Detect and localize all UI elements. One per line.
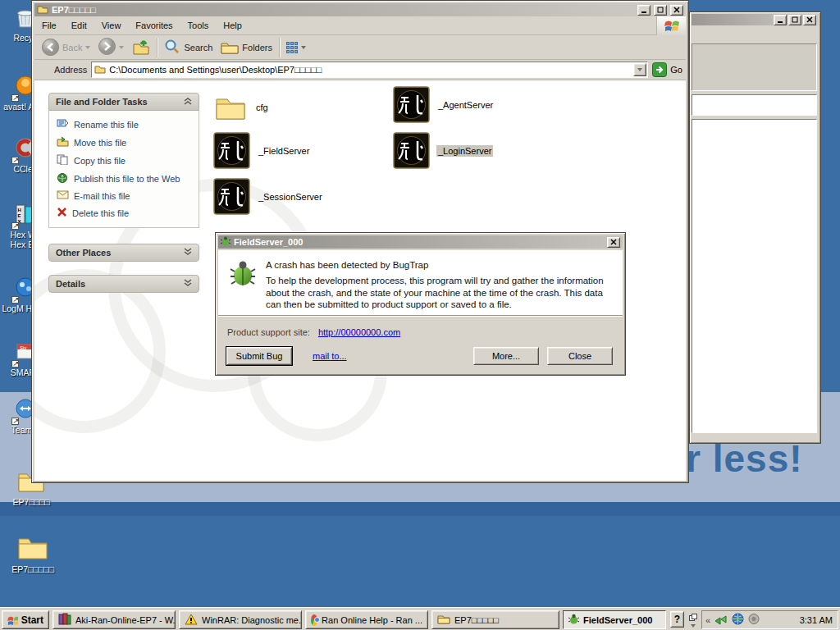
folder-icon bbox=[16, 532, 49, 563]
taskbar-help-button[interactable]: ? bbox=[670, 611, 684, 628]
dialog-heading: A crash has been detected by BugTrap bbox=[266, 260, 428, 270]
file-tasks-body: Rename this file Move this file Copy thi… bbox=[48, 111, 199, 228]
menu-tools[interactable]: Tools bbox=[180, 17, 217, 34]
shortcut-arrow-icon: ↗ bbox=[11, 360, 19, 368]
menu-edit[interactable]: Edit bbox=[64, 17, 94, 34]
file-sessionserver[interactable]: _SessionServer bbox=[213, 176, 324, 217]
background-window-field[interactable] bbox=[692, 94, 817, 116]
desktop-icon-label: EP7□□□□□ bbox=[11, 564, 54, 574]
menu-file[interactable]: File bbox=[34, 17, 64, 34]
file-name: _AgentServer bbox=[436, 99, 495, 111]
taskbar-task-ep7-folder[interactable]: EP7□□□□□ bbox=[431, 610, 559, 629]
window-title: EP7□□□□□ bbox=[52, 5, 634, 15]
close-icon[interactable] bbox=[803, 15, 816, 25]
task-rename[interactable]: Rename this file bbox=[57, 118, 195, 130]
windows-logo-icon bbox=[656, 16, 686, 35]
file-name: cfg bbox=[254, 102, 270, 113]
forward-button[interactable] bbox=[94, 35, 128, 59]
taskbar-task-fieldserver[interactable]: FieldServer_000 bbox=[563, 610, 666, 629]
background-window-titlebar[interactable] bbox=[692, 14, 819, 25]
background-window[interactable] bbox=[689, 11, 821, 444]
bugtrap-dialog: FieldServer_000 A crash has been detecte… bbox=[215, 232, 626, 376]
go-icon bbox=[652, 62, 667, 77]
hamachi-tray-icon[interactable] bbox=[714, 614, 728, 627]
minimize-icon[interactable] bbox=[774, 15, 787, 25]
minimize-icon[interactable] bbox=[637, 5, 651, 16]
task-label: E-mail this file bbox=[74, 191, 130, 201]
tray-clock[interactable]: 3:31 AM bbox=[800, 615, 833, 625]
file-loginserver[interactable]: _LoginServer bbox=[393, 130, 493, 171]
other-places-header[interactable]: Other Places bbox=[48, 244, 199, 262]
forward-icon bbox=[98, 38, 116, 57]
menu-help[interactable]: Help bbox=[216, 17, 249, 34]
folder-icon bbox=[213, 91, 248, 124]
task-copy[interactable]: Copy this file bbox=[57, 154, 195, 167]
close-icon[interactable] bbox=[607, 237, 620, 248]
start-button[interactable]: Start bbox=[2, 610, 49, 629]
dialog-titlebar[interactable]: FieldServer_000 bbox=[218, 235, 623, 249]
folder-icon bbox=[94, 64, 106, 75]
shortcut-arrow-icon: ↗ bbox=[11, 157, 19, 164]
folders-button[interactable]: Folders bbox=[217, 37, 276, 58]
publish-web-icon bbox=[57, 172, 69, 185]
forward-dropdown-icon[interactable] bbox=[119, 46, 124, 49]
back-dropdown-icon[interactable] bbox=[85, 46, 90, 49]
up-button[interactable] bbox=[128, 35, 154, 60]
back-button[interactable]: Back bbox=[38, 36, 94, 58]
toolbar: Back Search Folders bbox=[34, 35, 686, 60]
close-button[interactable]: Close bbox=[547, 347, 613, 365]
go-button[interactable]: Go bbox=[652, 62, 682, 77]
menu-bar: File Edit View Favorites Tools Help bbox=[34, 16, 686, 35]
task-label: EP7□□□□□ bbox=[454, 615, 499, 625]
system-tray: « 3:31 AM bbox=[701, 610, 838, 629]
details-header[interactable]: Details bbox=[48, 275, 199, 293]
file-cfg[interactable]: cfg bbox=[213, 87, 270, 128]
email-icon bbox=[57, 190, 69, 201]
volume-tray-icon[interactable] bbox=[748, 614, 760, 626]
support-link[interactable]: http://00000000.com bbox=[318, 327, 400, 337]
file-fieldserver[interactable]: _FieldServer bbox=[213, 130, 311, 171]
address-dropdown-button[interactable] bbox=[633, 63, 646, 76]
task-label: Rename this file bbox=[74, 120, 139, 130]
chevron-up-icon[interactable] bbox=[184, 97, 192, 107]
address-combo[interactable]: C:\Documents and Settings\user\Desktop\E… bbox=[91, 62, 648, 78]
explorer-titlebar[interactable]: EP7□□□□□ bbox=[34, 3, 686, 16]
task-email[interactable]: E-mail this file bbox=[57, 190, 195, 201]
folder-icon bbox=[37, 4, 48, 16]
taskbar-task-winrar-diagnostic[interactable]: WinRAR: Diagnostic me... bbox=[179, 610, 302, 629]
search-label: Search bbox=[184, 43, 212, 52]
file-agentserver[interactable]: _AgentServer bbox=[393, 84, 495, 126]
close-icon[interactable] bbox=[670, 5, 683, 16]
chevron-down-icon[interactable] bbox=[184, 279, 192, 289]
tray-chevron-icon[interactable]: « bbox=[705, 615, 710, 625]
up-folder-icon bbox=[132, 38, 150, 57]
task-pane: File and Folder Tasks Rename this file M… bbox=[48, 93, 199, 293]
task-publish[interactable]: Publish this file to the Web bbox=[57, 172, 195, 185]
maximize-icon[interactable] bbox=[654, 5, 667, 16]
desktop-icon-ep7-folder-2[interactable]: EP7□□□□□ bbox=[2, 532, 64, 574]
views-button[interactable] bbox=[282, 39, 310, 56]
go-label: Go bbox=[670, 65, 682, 75]
taskbar-task-browser[interactable]: Ran Online Help - Ran ... bbox=[305, 610, 428, 629]
desktop-icon-label: EP7□□□□ bbox=[12, 497, 49, 507]
menu-favorites[interactable]: Favorites bbox=[128, 17, 180, 34]
chevron-down-icon[interactable] bbox=[184, 248, 192, 258]
more-button[interactable]: More... bbox=[473, 347, 539, 365]
winrar-icon bbox=[58, 613, 71, 627]
address-value[interactable]: C:\Documents and Settings\user\Desktop\E… bbox=[109, 65, 630, 75]
cascade-windows-icon[interactable] bbox=[689, 613, 697, 623]
chevron-down-icon[interactable] bbox=[691, 624, 696, 628]
network-globe-tray-icon[interactable] bbox=[732, 613, 744, 627]
task-delete[interactable]: Delete this file bbox=[57, 207, 195, 219]
mailto-link[interactable]: mail to... bbox=[313, 351, 347, 361]
search-button[interactable]: Search bbox=[160, 36, 217, 59]
task-move[interactable]: Move this file bbox=[57, 136, 195, 148]
taskbar-task-winrar-archive[interactable]: Aki-Ran-Online-EP7 - W... bbox=[52, 610, 176, 629]
file-tasks-header[interactable]: File and Folder Tasks bbox=[48, 93, 199, 111]
ran-server-icon bbox=[213, 132, 250, 171]
maximize-icon[interactable] bbox=[788, 15, 801, 25]
menu-view[interactable]: View bbox=[94, 17, 129, 34]
views-dropdown-icon[interactable] bbox=[301, 46, 306, 49]
submit-bug-button[interactable]: Submit Bug bbox=[226, 347, 292, 365]
file-tasks-title: File and Folder Tasks bbox=[56, 97, 148, 107]
